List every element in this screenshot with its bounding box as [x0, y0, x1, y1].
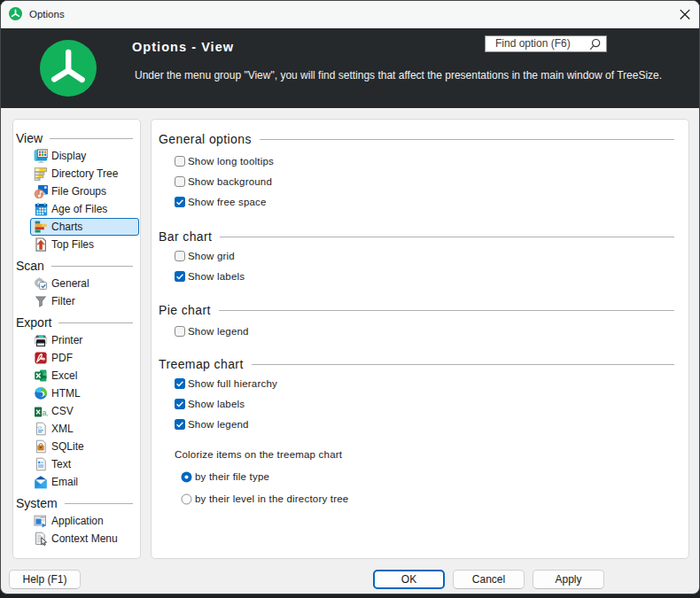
- svg-text:a,: a,: [43, 408, 48, 417]
